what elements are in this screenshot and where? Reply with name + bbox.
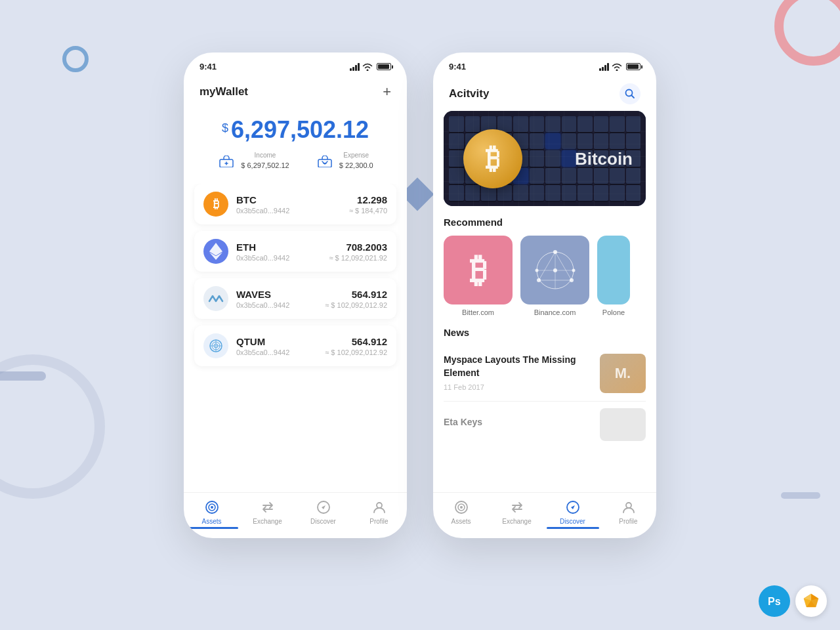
bottom-nav-activity: Assets Exchange Discover xyxy=(433,492,656,538)
wifi-icon xyxy=(362,63,373,71)
expense-value: $ 22,300.0 xyxy=(339,161,373,169)
key xyxy=(530,150,545,166)
nav-profile-wallet[interactable]: Profile xyxy=(351,499,407,525)
key xyxy=(465,116,480,132)
activity-header: Acitvity xyxy=(433,75,656,111)
status-time-wallet: 9:41 xyxy=(200,62,217,72)
nav-active-indicator xyxy=(186,527,238,529)
nav-profile-activity[interactable]: Profile xyxy=(600,499,656,525)
waves-logo xyxy=(203,286,228,311)
geo-net-icon xyxy=(532,247,578,293)
sketch-icon xyxy=(795,585,827,617)
recommend-title: Recommend xyxy=(444,217,646,228)
svg-point-7 xyxy=(211,506,213,509)
thumb-letter: M. xyxy=(615,365,631,382)
search-button[interactable] xyxy=(620,83,640,104)
phones-container: 9:41 myWallet + xyxy=(184,52,656,538)
news-item-1[interactable]: Myspace Layouts The Missing Element 11 F… xyxy=(444,346,646,402)
key xyxy=(530,168,545,184)
btc-values: 12.298 ≈ $ 184,470 xyxy=(349,194,387,215)
waves-usd: ≈ $ 102,092,012.92 xyxy=(325,301,387,309)
btc-info: BTC 0x3b5ca0...9442 xyxy=(236,194,349,215)
news-title: News xyxy=(444,327,646,338)
add-wallet-button[interactable]: + xyxy=(383,83,391,100)
signal-icon-2 xyxy=(599,63,609,71)
nav-discover-2[interactable]: Discover xyxy=(545,499,600,525)
coin-item-btc[interactable]: ₿ BTC 0x3b5ca0...9442 12.298 ≈ $ 184,470 xyxy=(194,184,396,224)
coin-item-qtum[interactable]: QTUM 0x3b5ca0...9442 564.912 ≈ $ 102,092… xyxy=(194,326,396,366)
activity-phone: 9:41 Acitvity xyxy=(433,52,656,538)
balance-section: $ 6,297,502.12 Income $ 6,297,502.12 xyxy=(184,106,407,184)
news-thumb-img-1: M. xyxy=(600,354,646,393)
qtum-name: QTUM xyxy=(236,336,325,347)
news-info-2: Eta Keys xyxy=(444,416,592,433)
wifi-icon-2 xyxy=(612,63,622,71)
hero-text: Bitcoin xyxy=(575,148,633,169)
recommend-scroll: ₿ Bitter.com xyxy=(444,236,646,316)
svg-point-21 xyxy=(572,268,575,272)
recommend-binance[interactable]: Binance.com xyxy=(520,236,589,316)
svg-point-27 xyxy=(626,503,631,508)
income-label: Income xyxy=(241,152,289,159)
key xyxy=(449,150,464,166)
coin-item-waves[interactable]: WAVES 0x3b5ca0...9442 564.912 ≈ $ 102,09… xyxy=(194,278,396,319)
bitter-label: Bitter.com xyxy=(444,308,513,316)
btc-logo: ₿ xyxy=(203,192,228,217)
status-bar-activity: 9:41 xyxy=(433,52,656,75)
news-date-1: 11 Feb 2017 xyxy=(444,383,592,391)
key xyxy=(449,168,464,184)
key xyxy=(610,168,625,184)
news-info-1: Myspace Layouts The Missing Element 11 F… xyxy=(444,354,592,391)
qtum-amount: 564.912 xyxy=(325,336,387,347)
wallet-phone: 9:41 myWallet + xyxy=(184,52,407,538)
key xyxy=(545,116,560,132)
key xyxy=(594,116,609,132)
btc-name: BTC xyxy=(236,194,349,205)
bg-decoration-rect-left xyxy=(0,371,46,381)
news-thumb-2 xyxy=(600,408,646,441)
recommend-bitter[interactable]: ₿ Bitter.com xyxy=(444,236,513,316)
nav-discover[interactable]: Discover xyxy=(295,499,351,525)
key xyxy=(594,133,609,149)
income-icon xyxy=(217,152,236,171)
income-text: Income $ 6,297,502.12 xyxy=(241,152,289,171)
key xyxy=(562,150,577,166)
discover-icon-2 xyxy=(565,499,581,515)
key xyxy=(530,116,545,132)
exchange-icon-2 xyxy=(509,499,525,515)
profile-icon-activity xyxy=(621,499,637,515)
key xyxy=(465,185,480,201)
nav-exchange-label-2: Exchange xyxy=(502,518,531,525)
income-item: Income $ 6,297,502.12 xyxy=(217,152,289,171)
balance-amount: $ 6,297,502.12 xyxy=(184,116,407,144)
waves-info: WAVES 0x3b5ca0...9442 xyxy=(236,289,325,309)
bg-decoration-rect-right xyxy=(781,492,820,499)
coin-item-eth[interactable]: ETH 0x3b5ca0...9442 708.2003 ≈ $ 12,092,… xyxy=(194,231,396,272)
nav-active-indicator-2 xyxy=(547,527,599,529)
key xyxy=(545,168,560,184)
key xyxy=(449,116,464,132)
nav-exchange-2[interactable]: Exchange xyxy=(489,499,545,525)
signal-icon xyxy=(350,63,360,71)
waves-values: 564.912 ≈ $ 102,092,012.92 xyxy=(325,289,387,309)
nav-exchange[interactable]: Exchange xyxy=(240,499,295,525)
news-title-1: Myspace Layouts The Missing Element xyxy=(444,354,592,379)
key xyxy=(562,116,577,132)
nav-discover-label: Discover xyxy=(310,518,336,525)
income-value: $ 6,297,502.12 xyxy=(241,161,289,169)
exchange-icon xyxy=(260,499,276,515)
expense-text: Expense $ 22,300.0 xyxy=(339,152,373,171)
status-icons-activity xyxy=(599,63,640,71)
activity-content: ₿ Bitcoin Recommend ₿ Bitter.com xyxy=(433,111,656,492)
key xyxy=(545,133,560,149)
key xyxy=(578,168,593,184)
news-item-2: Eta Keys xyxy=(444,402,646,448)
svg-line-13 xyxy=(555,252,572,280)
nav-assets[interactable]: Assets xyxy=(184,499,240,525)
btc-addr: 0x3b5ca0...9442 xyxy=(236,207,349,215)
recommend-polone[interactable]: Polone xyxy=(597,236,630,316)
nav-assets-2[interactable]: Assets xyxy=(433,499,489,525)
key xyxy=(578,116,593,132)
qtum-usd: ≈ $ 102,092,012.92 xyxy=(325,348,387,356)
profile-icon-wallet xyxy=(371,499,387,515)
